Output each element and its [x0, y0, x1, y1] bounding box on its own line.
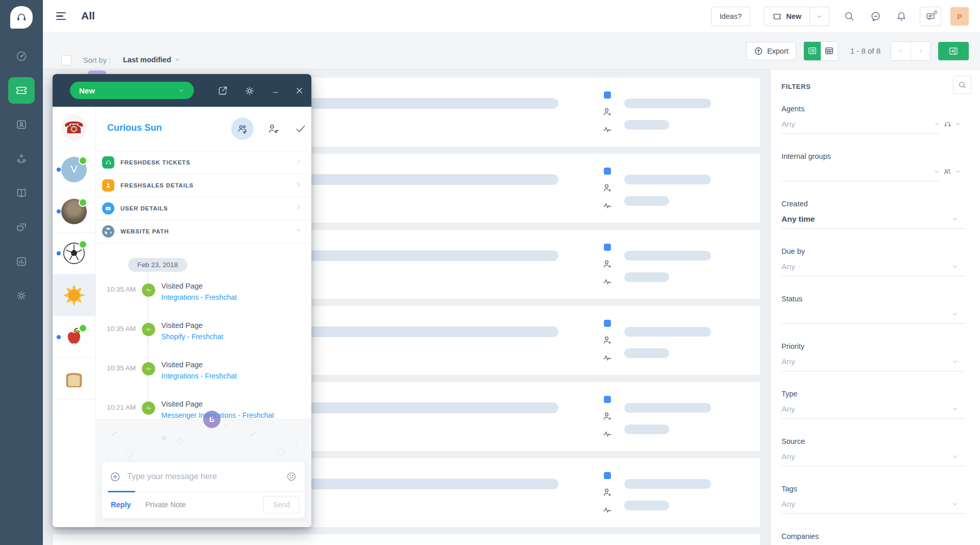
popout-button[interactable]	[217, 85, 229, 97]
assign-agent-icon[interactable]	[602, 106, 613, 117]
user-avatar[interactable]: P	[950, 7, 969, 26]
sidebar-item-dashboard[interactable]	[0, 39, 43, 73]
assign-agent-icon[interactable]	[602, 487, 613, 498]
send-button[interactable]: Send	[263, 496, 300, 513]
conversation-item[interactable]	[53, 358, 95, 400]
contact-name[interactable]: Curious Sun	[107, 123, 162, 133]
requester-skeleton	[624, 175, 711, 184]
freshdesk-logo-icon[interactable]	[10, 6, 33, 29]
accordion-section[interactable]: USER DETAILS	[96, 197, 311, 220]
filter-label: Companies	[781, 532, 965, 541]
filter-value-row[interactable]: Any	[781, 400, 965, 418]
notifications-bell-icon[interactable]	[895, 10, 908, 22]
toggle-filters-panel-button[interactable]	[938, 42, 969, 60]
filter-value-row[interactable]	[781, 542, 965, 545]
activity-icon[interactable]	[602, 429, 613, 440]
assign-agent-icon[interactable]	[602, 335, 613, 346]
activity-icon[interactable]	[602, 200, 613, 211]
field-underline	[781, 276, 965, 276]
conversation-item[interactable]	[53, 191, 95, 232]
chevron-left-icon	[897, 48, 904, 55]
accordion-section[interactable]: WEBSITE PATH	[96, 220, 311, 243]
conversation-status-dropdown[interactable]: New	[70, 82, 194, 99]
hamburger-menu-icon[interactable]	[56, 12, 66, 22]
assign-group-button[interactable]	[231, 117, 254, 140]
accordion-section[interactable]: FRESHDESK TICKETS	[96, 151, 311, 174]
sidebar-item-admin[interactable]	[0, 278, 43, 313]
close-button[interactable]	[293, 85, 305, 97]
sidebar-item-tickets[interactable]	[0, 73, 43, 107]
filter-dropdown-chevron[interactable]	[951, 495, 959, 513]
filter-dropdown-chevron[interactable]	[951, 400, 959, 418]
whats-new-button[interactable]	[920, 7, 941, 26]
sidebar-item-forums[interactable]	[0, 210, 43, 244]
status-indicator	[604, 472, 611, 479]
sidebar-item-contacts[interactable]	[0, 107, 43, 141]
next-page-button[interactable]	[911, 42, 930, 60]
event-time: 10:35 AM	[100, 286, 136, 293]
conversation-item[interactable]: ☎	[53, 107, 95, 149]
filter-value-row[interactable]	[781, 162, 965, 181]
visited-page-link[interactable]: Messenger Integrations - Freshchat	[161, 411, 274, 419]
filter-value-row[interactable]	[781, 305, 965, 323]
activity-icon[interactable]	[602, 505, 613, 516]
assign-agent-icon[interactable]	[602, 411, 613, 422]
filter-value-row[interactable]: Any	[781, 447, 965, 466]
filter-value-row[interactable]: Any	[781, 352, 965, 371]
select-all-checkbox[interactable]	[61, 55, 71, 65]
tab-private-note[interactable]: Private Note	[145, 501, 186, 509]
new-ticket-dropdown[interactable]	[810, 7, 829, 26]
sidebar-item-solutions[interactable]	[0, 176, 43, 210]
activity-icon[interactable]	[602, 352, 613, 364]
conversation-item[interactable]	[53, 274, 95, 316]
filter-search-button[interactable]	[953, 76, 971, 94]
activity-icon[interactable]	[602, 124, 613, 135]
filter-value-row[interactable]: Any	[781, 257, 965, 276]
assign-agent-icon[interactable]	[602, 182, 613, 194]
sidebar-item-reports[interactable]	[0, 244, 43, 278]
conversation-item[interactable]: V	[53, 149, 95, 191]
feedback-chat-icon[interactable]	[869, 10, 881, 22]
tab-reply[interactable]: Reply	[111, 501, 131, 509]
visited-page-link[interactable]: Integrations - Freshchat	[161, 293, 237, 301]
filter-value-row[interactable]: Any time	[781, 210, 965, 228]
minimize-button[interactable]	[270, 85, 282, 97]
filter-dropdown-chevron[interactable]	[951, 257, 959, 276]
filter-dropdown-chevron[interactable]	[951, 210, 959, 228]
filter-dropdown-chevron[interactable]	[951, 305, 959, 323]
resolve-button[interactable]	[295, 123, 307, 135]
conversation-item[interactable]	[53, 316, 95, 358]
filter-dropdown-chevron[interactable]	[951, 352, 959, 371]
conversation-item[interactable]	[53, 232, 95, 274]
visited-page-link[interactable]: Integrations - Freshchat	[161, 372, 237, 380]
prev-page-button[interactable]	[891, 42, 911, 60]
ticket-row[interactable]	[53, 534, 760, 545]
accordion-section[interactable]: FRESHSALES DETAILS	[96, 174, 311, 197]
sort-value-dropdown[interactable]: Last modified	[123, 56, 181, 64]
agent-filter-controls[interactable]	[934, 115, 961, 133]
export-button[interactable]: Export	[746, 42, 796, 60]
settings-gear-button[interactable]	[243, 85, 255, 97]
attach-plus-icon[interactable]	[110, 471, 120, 482]
group-filter-controls[interactable]	[934, 162, 961, 181]
card-view-button[interactable]	[804, 42, 821, 60]
top-header: All Ideas? New P	[43, 0, 980, 33]
activity-icon[interactable]	[602, 276, 613, 288]
assign-agent-button[interactable]	[267, 123, 280, 135]
headset-icon	[943, 120, 952, 129]
filter-dropdown-chevron[interactable]	[951, 447, 959, 466]
emoji-icon[interactable]	[286, 471, 297, 482]
book-icon	[15, 187, 28, 199]
table-view-button[interactable]	[821, 42, 838, 60]
filter-value-row[interactable]: Any	[781, 115, 965, 133]
minimize-icon	[272, 86, 281, 96]
filter-value-row[interactable]: Any	[781, 495, 965, 513]
sidebar-item-social[interactable]	[0, 141, 43, 176]
event-time: 10:35 AM	[100, 364, 136, 372]
search-icon[interactable]	[843, 10, 855, 22]
visited-page-link[interactable]: Shopify - Freshchat	[161, 333, 223, 341]
message-input[interactable]	[126, 471, 286, 482]
assign-agent-icon[interactable]	[602, 258, 613, 270]
ideas-button[interactable]: Ideas?	[711, 7, 751, 26]
new-ticket-button[interactable]: New	[764, 7, 810, 26]
